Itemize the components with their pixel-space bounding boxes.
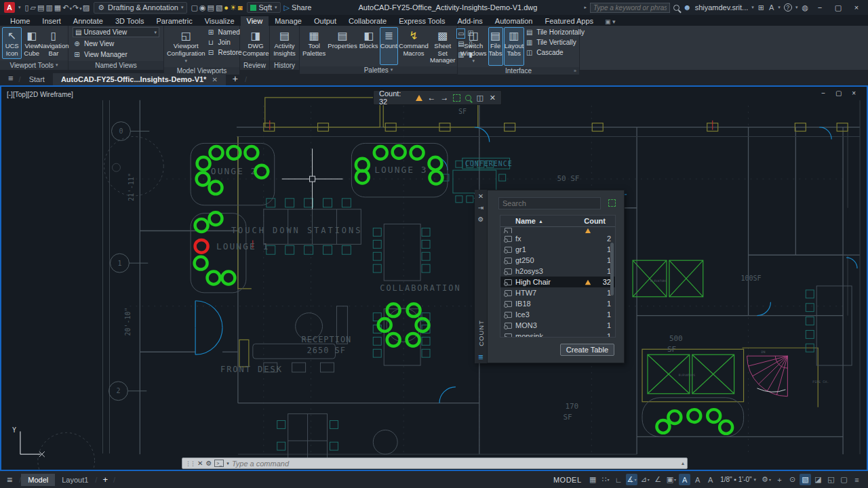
close-command-line-icon[interactable]: ✕ [197,460,203,467]
counted-chair-marker[interactable] [210,146,223,159]
counted-chair-marker[interactable] [707,409,720,422]
tab-current-drawing[interactable]: AutoCAD-FY25-Offic...Insights-Demo-V1*✕ [53,73,226,85]
grid-mode-icon[interactable]: ▦ [587,474,599,485]
minimize-button[interactable]: − [812,3,827,12]
flagged-chair-marker[interactable] [195,240,208,253]
file-tab-menu-icon[interactable]: ≡ [3,73,19,85]
count-row-mon3[interactable]: MON31 [500,320,615,331]
close-tab-icon[interactable]: ✕ [212,76,217,83]
annotation-visibility-icon[interactable]: A [679,474,690,485]
help-icon[interactable]: ? [784,3,792,12]
layer-list-icon[interactable]: ▤ [207,3,215,12]
panel-footer[interactable]: History [270,60,299,70]
autocad-logo-icon[interactable]: A [4,2,15,13]
command-input[interactable] [232,460,679,468]
pick-objects-icon[interactable] [608,199,616,207]
counted-chair-marker[interactable] [688,409,701,422]
ribbon-tab-parametric[interactable]: Parametric [151,16,199,26]
annotation-scale-list-icon[interactable]: A [705,474,716,485]
snap-mode-icon[interactable]: ∷▾ [600,474,612,485]
auto-hide-icon[interactable]: ⇥ [478,204,484,211]
close-palette-icon[interactable]: ✕ [478,192,484,200]
count-button[interactable]: ≣Count [380,27,398,65]
file-tabs-button[interactable]: ▤FileTabs [488,27,503,66]
search-icon[interactable] [673,5,679,11]
view-dropdown[interactable]: ▤Unsaved View▾ [73,27,159,37]
counted-chair-marker[interactable] [210,212,222,225]
annotation-scale-control[interactable]: 1/8" ▪ 1'-0"▾ [717,476,759,483]
customize-plus-icon[interactable]: + [774,474,785,485]
redo-icon[interactable]: ↷ [72,3,79,12]
navigation-bar-button[interactable]: ▯NavigationBar [41,27,66,59]
expand-history-icon[interactable]: ▴ [682,460,684,466]
counted-chair-marker[interactable] [210,182,222,195]
insert-count-field-icon[interactable]: ◫ [476,94,483,102]
count-row-h2osys3[interactable]: h2osys31 [500,266,615,277]
bulb-icon[interactable]: ● [223,3,229,12]
tile-vertically-button[interactable]: ▥Tile Vertically [525,37,585,47]
count-row-item[interactable] [500,228,615,233]
layer-selector[interactable]: Sqft ▾ [247,2,281,13]
counted-chair-marker[interactable] [393,146,406,159]
plot-icon[interactable]: ▦ [54,3,62,12]
palette-search-input[interactable] [498,197,601,209]
palette-properties-icon[interactable]: ⚙ [478,216,484,223]
command-grip-handle[interactable]: ⋮⋮ [185,460,195,467]
model-tab[interactable]: Model [21,474,55,486]
annotation-autoscale-icon[interactable]: A [692,474,703,485]
next-instance-button[interactable]: → [440,93,448,102]
counted-chair-markers[interactable] [195,146,733,434]
dwg-compare-button[interactable]: ◨DWGCompare [242,27,269,59]
ribbon-tab-visualize[interactable]: Visualize [199,16,241,26]
previous-instance-button[interactable]: ← [427,93,435,102]
print-icon[interactable]: ▨ [82,3,90,12]
tray-window-icon[interactable]: ◱ [825,474,837,485]
counted-chair-marker[interactable] [387,304,400,317]
blocks-button[interactable]: ◧Blocks [359,27,379,65]
sheet-set-manager-button[interactable]: ▩Sheet SetManager [429,27,456,65]
workspace-selector[interactable]: ⚙ Drafting & Annotation ▾ [94,2,186,14]
user-menu-caret-icon[interactable]: ▾ [751,5,754,10]
counted-chair-marker[interactable] [430,171,443,184]
counted-chair-marker[interactable] [195,219,208,232]
tab-start[interactable]: Start [21,73,53,85]
recent-commands-caret-icon[interactable]: ▾ [226,461,229,466]
count-row-high-chair[interactable]: High Chair32 [500,277,615,287]
model-space-indicator[interactable]: MODEL [553,476,582,484]
help-caret-icon[interactable]: ▾ [795,5,798,10]
ribbon-tab-annotate[interactable]: Annotate [67,16,109,26]
cascade-button[interactable]: ◫Cascade [525,47,585,58]
customize-command-icon[interactable]: ⚙ [205,460,212,467]
close-count-toolbar-button[interactable]: ✕ [490,94,496,102]
close-button[interactable]: × [849,3,864,12]
view-manager-button[interactable]: ⊞View Manager [73,49,161,60]
open-file-icon[interactable]: ▱ [30,3,37,12]
new-layout-button[interactable]: + [97,474,113,485]
ribbon-tab-add-ins[interactable]: Add-ins [452,16,489,26]
new-tab-button[interactable]: + [226,73,245,85]
zoom-to-object-icon[interactable] [465,95,471,101]
notification-icon[interactable]: ◍ [801,3,809,12]
switch-windows-button[interactable]: ◫SwitchWindows ▾ [460,27,488,66]
open-web-icon[interactable]: ▢ [191,3,199,12]
counted-chair-marker[interactable] [407,333,420,346]
count-row-ice3[interactable]: Ice31 [500,309,615,320]
restore-viewport-button[interactable]: ⊟Restore [207,47,242,58]
signed-in-user[interactable]: shiyamdev.srit... [695,3,749,12]
counted-chair-marker[interactable] [197,157,210,170]
viewport-configuration-button[interactable]: ◱ViewportConfiguration ▾ [166,27,206,66]
create-table-button[interactable]: Create Table [560,344,614,356]
polar-tracking-icon[interactable]: ∡▾ [626,474,638,485]
new-view-button[interactable]: ⊕New View [73,39,161,49]
ribbon-tab-home[interactable]: Home [4,16,36,26]
ribbon-tab-insert[interactable]: Insert [36,16,67,26]
count-row-gt250[interactable]: gt2501 [500,255,615,266]
ribbon-tab-output[interactable]: Output [308,16,342,26]
maximize-button[interactable]: ▢ [831,3,846,12]
panel-footer[interactable]: Review [240,60,269,70]
count-row-mopsink[interactable]: mopsink1 [500,331,615,337]
avatar[interactable]: ☻ [683,3,692,12]
save-as-icon[interactable]: ▥ [45,3,53,12]
clean-screen-icon[interactable]: ▢ [838,474,850,485]
counted-chair-marker[interactable] [387,333,400,346]
